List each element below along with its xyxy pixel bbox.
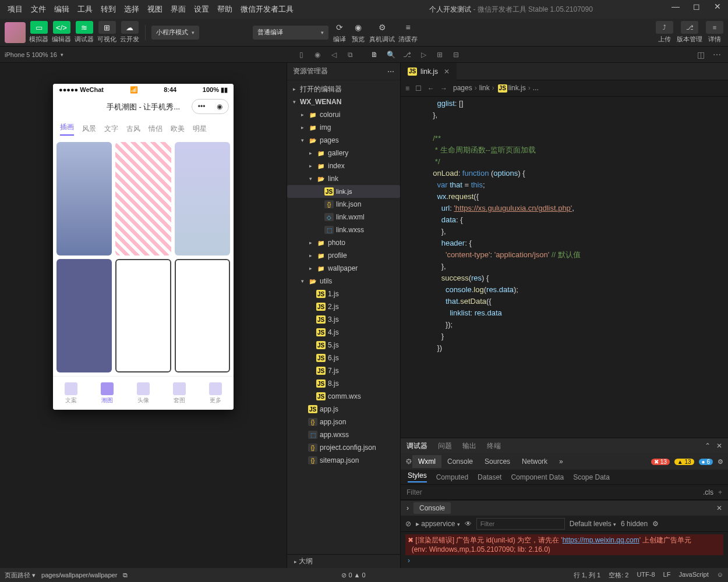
project-root[interactable]: ▾WX_WENAN [287,95,400,108]
styles-filter[interactable]: Filter [407,488,422,496]
console-filter[interactable] [476,518,565,530]
feedback-icon[interactable]: ☺ [717,571,723,580]
dataset-tab[interactable]: Dataset [478,473,501,481]
page-path-label[interactable]: 页面路径 ▾ [5,571,36,580]
error-link[interactable]: https://mp.weixin.qq.com [563,536,639,544]
file-link-wxss[interactable]: ⬚link.wxss [287,223,400,236]
console-chevron-icon[interactable]: › [407,504,409,512]
mode-select[interactable]: 小程序模式▾ [151,26,199,40]
code-editor[interactable]: gglist: [] }, /** * 生命周期函数--监听页面加载 */ on… [401,97,728,438]
menu-view[interactable]: 视图 [143,2,167,17]
error-count[interactable]: ✖ 13 [651,459,670,465]
devtab-console[interactable]: Console [441,455,479,468]
folder-gallery[interactable]: ▸📁gallery [287,147,400,159]
menu-tools[interactable]: 工具 [73,2,97,17]
block-icon[interactable]: ⊟ [450,51,462,59]
maximize-icon[interactable]: ◻ [690,2,704,11]
eye-icon[interactable]: 👁 [465,520,472,528]
wallpaper-thumb[interactable] [115,259,171,372]
editor-button[interactable]: </>编辑器 [52,21,71,44]
compile-button[interactable]: ⟳编译 [332,21,347,44]
device-label[interactable]: iPhone 5 100% 16 [5,51,57,58]
nav-wallpaper[interactable]: 潮图 [89,377,125,410]
file-6js[interactable]: JS6.js [287,352,400,364]
menu-project[interactable]: 项目 [3,2,27,17]
computed-tab[interactable]: Computed [436,473,468,481]
devtab-network[interactable]: Network [516,455,553,468]
files-icon[interactable]: 🗎 [368,51,381,59]
compile-select[interactable]: 普通编译▾ [253,26,328,40]
tab-terminal[interactable]: 终端 [487,441,501,451]
ext-icon[interactable]: ⊞ [433,51,446,59]
console-prompt[interactable]: › [405,555,723,566]
tab-text[interactable]: 文字 [104,124,118,134]
folder-profile[interactable]: ▸📁profile [287,249,400,262]
breadcrumb[interactable]: pages›link›JSlink.js›... [453,84,539,93]
inspect-icon[interactable]: ⯐ [405,457,412,466]
file-sitemap[interactable]: {}sitemap.json [287,454,400,467]
menu-select[interactable]: 选择 [120,2,143,17]
folder-img[interactable]: ▸📁img [287,121,400,134]
cloud-button[interactable]: ☁云开发 [120,21,139,44]
tab-western[interactable]: 欧美 [171,124,185,134]
file-8js[interactable]: JS8.js [287,377,400,390]
version-button[interactable]: ⎇版本管理 [677,21,702,44]
wallpaper-thumb[interactable] [115,142,171,255]
devtab-sources[interactable]: Sources [479,455,516,468]
forward-icon[interactable]: → [440,84,447,93]
tab-scenery[interactable]: 风景 [82,124,96,134]
folder-index[interactable]: ▸📁index [287,159,400,172]
clear-console-icon[interactable]: ⊘ [405,520,411,528]
file-link-js[interactable]: JSlink.js [287,185,400,198]
devtab-wxml[interactable]: Wxml [412,455,441,468]
hidden-count[interactable]: 6 hidden [621,520,648,528]
file-projectconfig[interactable]: {}project.config.json [287,441,400,454]
gear-icon[interactable]: ⚙ [718,458,723,466]
indent[interactable]: 空格: 2 [609,571,628,580]
folder-photo[interactable]: ▸📁photo [287,236,400,249]
file-2js[interactable]: JS2.js [287,300,400,313]
console-close-icon[interactable]: ✕ [716,504,722,512]
more-icon[interactable]: ⋯ [711,50,723,59]
cursor-pos[interactable]: 行 1, 列 1 [574,571,600,580]
menu-file[interactable]: 文件 [27,2,50,17]
cls-toggle[interactable]: .cls [703,488,713,496]
list-icon[interactable]: ≡ [405,84,409,93]
file-appjson[interactable]: {}app.json [287,416,400,428]
menu-edit[interactable]: 编辑 [50,2,73,17]
device-icon[interactable]: ▯ [295,51,308,59]
explorer-more-icon[interactable]: ⋯ [387,68,394,76]
menu-ui[interactable]: 界面 [167,2,190,17]
wallpaper-thumb[interactable] [56,142,112,255]
folder-utils[interactable]: ▾📂utils [287,275,400,288]
page-path[interactable]: pages/wallpaper/wallpaper [41,572,117,579]
split-icon[interactable]: ◫ [694,50,707,59]
debugger-button[interactable]: ≋调试器 [75,21,94,44]
copy-path-icon[interactable]: ⧉ [123,572,128,579]
file-link-wxml[interactable]: ◇link.wxml [287,211,400,223]
language[interactable]: JavaScript [678,571,708,580]
file-appjs[interactable]: JSapp.js [287,403,400,416]
tab-couple[interactable]: 情侣 [149,124,162,134]
menu-help[interactable]: 帮助 [213,2,236,17]
scope-tab[interactable]: Scope Data [573,473,610,481]
menu-settings[interactable]: 设置 [190,2,213,17]
add-rule-icon[interactable]: + [718,488,722,496]
folder-pages[interactable]: ▾📂pages [287,134,400,147]
styles-tab[interactable]: Styles [408,471,427,482]
search-icon[interactable]: 🔍 [384,51,397,59]
tab-ancient[interactable]: 古风 [126,124,140,134]
nav-text[interactable]: 文案 [53,377,89,410]
tab-problems[interactable]: 问题 [438,441,452,451]
folder-link[interactable]: ▾📂link [287,172,400,185]
devtab-more[interactable]: » [553,455,569,468]
tab-illustration[interactable]: 插画 [60,122,74,136]
component-tab[interactable]: Component Data [511,473,564,481]
tab-debugger[interactable]: 调试器 [407,441,427,451]
record-icon[interactable]: ◉ [311,51,324,59]
clear-cache-button[interactable]: ≡清缓存 [398,21,418,44]
nav-avatar[interactable]: 头像 [125,377,161,410]
warn-count[interactable]: ▲ 13 [674,459,694,465]
file-4js[interactable]: JS4.js [287,326,400,339]
tab-output[interactable]: 输出 [462,441,476,451]
